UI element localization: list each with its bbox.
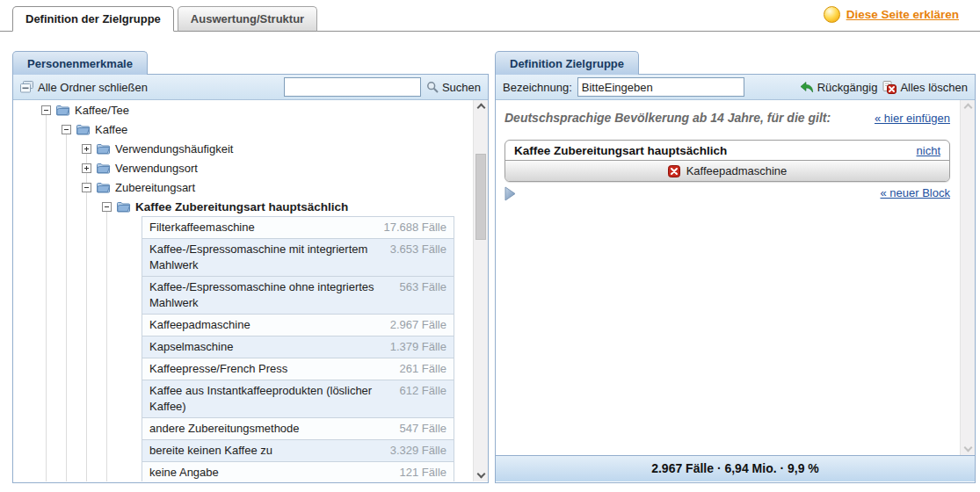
scroll-up-icon[interactable] xyxy=(477,103,485,111)
search-input[interactable] xyxy=(284,77,421,97)
definition-block: Kaffee Zubereitungsart hauptsächlich nic… xyxy=(505,140,950,182)
definition-area: « hier einfügen Deutschsprachige Bevölke… xyxy=(496,100,975,455)
status-bar: 2.967 Fälle · 6,94 Mio. · 9,9 % xyxy=(496,455,975,481)
leaf-label: Kaffeepadmaschine xyxy=(149,317,390,333)
folder-icon xyxy=(116,201,131,213)
expand-toggle-icon[interactable] xyxy=(82,163,91,173)
definition-scrollbar[interactable] xyxy=(960,100,975,455)
leaf-count: 3.329 Fälle xyxy=(390,443,446,459)
tree-leaf[interactable]: Kaffee aus Instantkaffeeprodukten (lösli… xyxy=(142,380,454,418)
scrollbar-thumb[interactable] xyxy=(475,154,486,240)
tree-node-kaffee[interactable]: Kaffee xyxy=(13,119,488,139)
lightbulb-icon xyxy=(824,6,840,23)
zielgruppe-panel: Definition Zielgruppe Bezeichnung: Rückg… xyxy=(495,51,976,483)
tree-guide-line xyxy=(106,208,107,481)
explain-page-label: Diese Seite erklären xyxy=(846,8,959,21)
personenmerkmale-panel: Personenmerkmale Alle Ordner schließen xyxy=(12,51,489,483)
insert-here-link[interactable]: « hier einfügen xyxy=(875,112,950,125)
tree-leaf[interactable]: Kaffeepresse/French Press 261 Fälle xyxy=(142,358,454,380)
tree-node-label: Verwendungshäufigkeit xyxy=(115,142,233,156)
tree-node-label: Kaffee/Tee xyxy=(75,104,129,117)
leaf-label: andere Zubereitungsmethode xyxy=(149,421,400,437)
leaf-label: Filterkaffeemaschine xyxy=(149,220,383,235)
block-footer-row: « neuer Block xyxy=(505,186,950,201)
collapse-all-label: Alle Ordner schließen xyxy=(38,81,148,94)
tab-definition-zielgruppe[interactable]: Definition Zielgruppe xyxy=(495,51,639,75)
tab-personenmerkmale[interactable]: Personenmerkmale xyxy=(12,51,148,75)
leaf-count: 3.653 Fälle xyxy=(390,242,446,257)
tab-label: Definition der Zielgruppe xyxy=(25,12,161,25)
block-title: Kaffee Zubereitungsart hauptsächlich xyxy=(514,144,727,157)
scroll-down-icon[interactable] xyxy=(477,471,485,479)
expand-toggle-icon[interactable] xyxy=(82,144,91,154)
collapse-all-button[interactable]: Alle Ordner schließen xyxy=(20,81,148,94)
tree-leaf[interactable]: Filterkaffeemaschine 17.688 Fälle xyxy=(142,216,454,239)
remove-item-icon[interactable] xyxy=(668,165,680,177)
main-tab-bar: Definition der Zielgruppe Auswertung/Str… xyxy=(0,0,980,32)
tree-leaf[interactable]: Kaffee-/Espressomaschine ohne integriert… xyxy=(142,276,454,315)
tree-node-label: Kaffee Zubereitungsart hauptsächlich xyxy=(135,200,348,213)
definition-block-header: Kaffee Zubereitungsart hauptsächlich nic… xyxy=(505,141,949,161)
merkmal-value-list: Filterkaffeemaschine 17.688 Fälle Kaffee… xyxy=(142,216,454,481)
zielgruppe-box: Bezeichnung: Rückgängig xyxy=(495,74,976,483)
tree-node-verwendungshaeufigkeit[interactable]: Verwendungshäufigkeit xyxy=(13,139,488,158)
negate-link[interactable]: nicht xyxy=(917,144,940,157)
leaf-count: 121 Fälle xyxy=(400,465,446,481)
tree-leaf[interactable]: Kapselmaschine 1.379 Fälle xyxy=(142,336,454,358)
collapse-toggle-icon[interactable] xyxy=(82,183,91,192)
leaf-count: 261 Fälle xyxy=(400,361,446,377)
collapse-toggle-icon[interactable] xyxy=(62,125,71,134)
scroll-up-icon[interactable] xyxy=(964,103,972,111)
bezeichnung-label: Bezeichnung: xyxy=(503,81,572,94)
folder-icon xyxy=(96,182,111,193)
collapse-toggle-icon[interactable] xyxy=(41,105,51,115)
folder-icon xyxy=(96,143,111,155)
tree-node-label: Verwendungsort xyxy=(115,162,198,175)
collapse-toggle-icon[interactable] xyxy=(102,202,112,212)
tree-node-label: Zubereitungsart xyxy=(115,181,195,194)
leaf-count: 2.967 Fälle xyxy=(390,317,446,333)
personenmerkmale-box: Alle Ordner schließen Suchen xyxy=(12,74,489,483)
merkmale-tree: Kaffee/Tee Kaffee Verwendungshäufigkeit xyxy=(13,100,488,481)
tree-scrollbar[interactable] xyxy=(473,100,488,481)
insert-marker-icon xyxy=(505,186,516,201)
tree-leaf[interactable]: Kaffeepadmaschine 2.967 Fälle xyxy=(142,314,454,336)
tab-label: Auswertung/Struktur xyxy=(191,12,304,25)
bezeichnung-input[interactable] xyxy=(577,77,744,97)
leaf-count: 17.688 Fälle xyxy=(383,220,446,235)
tree-node-kaffee-zubereitungsart-hauptsaechlich[interactable]: Kaffee Zubereitungsart hauptsächlich xyxy=(13,197,488,216)
block-item-label: Kaffeepadmaschine xyxy=(686,164,788,177)
folder-icon xyxy=(76,124,91,135)
folder-icon xyxy=(96,163,111,174)
tree-leaf[interactable]: bereite keinen Kaffee zu 3.329 Fälle xyxy=(142,439,454,462)
leaf-label: bereite keinen Kaffee zu xyxy=(149,443,390,459)
search-button-label: Suchen xyxy=(442,81,481,94)
leaf-count: 563 Fälle xyxy=(400,279,446,295)
leaf-label: Kaffee-/Espressomaschine mit integrierte… xyxy=(149,242,390,273)
tree-leaf[interactable]: Kaffee-/Espressomaschine mit integrierte… xyxy=(142,238,454,277)
search-button[interactable]: Suchen xyxy=(426,81,481,94)
tree-leaf[interactable]: andere Zubereitungsmethode 547 Fälle xyxy=(142,417,454,440)
scroll-down-icon[interactable] xyxy=(964,445,972,452)
explain-page-link[interactable]: Diese Seite erklären xyxy=(824,6,959,23)
definition-intro-row: « hier einfügen Deutschsprachige Bevölke… xyxy=(505,109,950,127)
merkmale-toolbar: Alle Ordner schließen Suchen xyxy=(13,75,488,100)
tree-node-verwendungsort[interactable]: Verwendungsort xyxy=(13,158,488,177)
clear-all-button[interactable]: Alles löschen xyxy=(882,81,968,94)
tree-node-zubereitungsart[interactable]: Zubereitungsart xyxy=(13,177,488,197)
leaf-label: Kaffee aus Instantkaffeeprodukten (lösli… xyxy=(149,383,400,415)
tab-definition-der-zielgruppe[interactable]: Definition der Zielgruppe xyxy=(12,6,174,32)
tree-node-label: Kaffee xyxy=(95,123,127,136)
undo-icon xyxy=(800,82,814,93)
leaf-label: keine Angabe xyxy=(149,465,400,481)
clear-all-label: Alles löschen xyxy=(900,81,968,94)
zielgruppe-toolbar: Bezeichnung: Rückgängig xyxy=(496,75,975,100)
tree-leaf[interactable]: keine Angabe 121 Fälle xyxy=(142,461,454,481)
new-block-link[interactable]: « neuer Block xyxy=(881,186,951,199)
tree-node-kaffee-tee[interactable]: Kaffee/Tee xyxy=(13,100,488,119)
leaf-count: 1.379 Fälle xyxy=(390,339,446,355)
app-window: Definition der Zielgruppe Auswertung/Str… xyxy=(0,0,980,492)
undo-button[interactable]: Rückgängig xyxy=(800,81,878,94)
tab-auswertung-struktur[interactable]: Auswertung/Struktur xyxy=(178,6,317,32)
block-item: Kaffeepadmaschine xyxy=(505,161,949,181)
